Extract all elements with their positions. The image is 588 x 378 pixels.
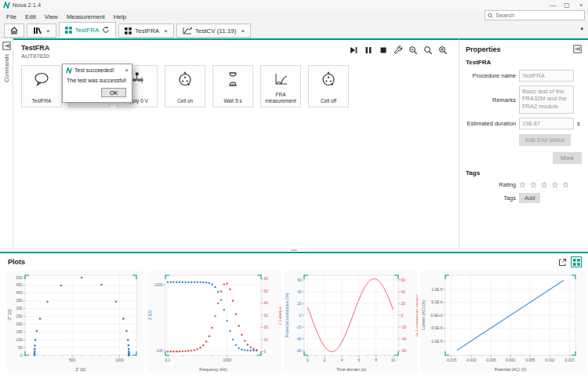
window-controls: — ▢ × [546,0,588,10]
svg-text:40: 40 [401,290,405,294]
tab-testcv[interactable]: TestCV (11:19) × [176,24,251,38]
svg-text:Potential (AC) (V): Potential (AC) (V) [495,367,527,372]
svg-text:150: 150 [16,330,22,334]
svg-text:10: 10 [263,338,268,342]
grid-view-toggle[interactable] [571,256,582,267]
zoom-reset-icon[interactable] [423,45,433,55]
tags-label: Tags [466,194,516,202]
svg-text:400: 400 [16,291,22,295]
commands-strip-label: Commands [4,54,9,82]
maximize-button[interactable]: ▢ [560,0,574,10]
cell-socket-icon [320,71,337,88]
edit-end-status-button[interactable]: Edit End status [519,134,571,146]
wrench-icon[interactable] [394,45,403,55]
search-box[interactable] [485,10,585,20]
stop-icon[interactable] [379,45,388,55]
charts-row: 5001000050100150200250300350400450500Z' … [0,269,588,373]
bode-plot[interactable]: 0.1100010010000102030405060Frequency (Hz… [147,271,281,373]
command-cell-on[interactable]: Cell on [165,65,205,107]
svg-text:450: 450 [16,283,22,287]
menu-bar: File Edit View Measurement Help [0,10,588,23]
svg-text:500: 500 [16,276,22,280]
pause-icon[interactable] [364,45,373,55]
search-input[interactable] [495,12,582,19]
close-icon[interactable]: × [125,67,129,74]
svg-text:-40: -40 [296,337,301,341]
refresh-icon[interactable] [102,26,110,34]
close-icon[interactable]: × [46,27,50,35]
svg-text:Current modulation (%): Current modulation (%) [416,294,419,336]
svg-text:50: 50 [263,289,268,293]
svg-text:200: 200 [16,322,22,326]
command-label: TestFRA [32,98,52,104]
svg-text:30: 30 [263,314,268,318]
svg-text:0: 0 [20,354,23,358]
svg-text:20: 20 [297,302,302,306]
svg-text:40: 40 [297,290,302,294]
tab-library[interactable]: × [27,24,56,38]
svg-text:-0.005: -0.005 [485,358,496,362]
svg-text:0.010: 0.010 [546,358,555,362]
close-button[interactable]: × [574,0,588,10]
tab-testfra-active[interactable]: TestFRA [59,22,117,38]
svg-text:8: 8 [375,358,377,362]
tab-label: TestFRA [135,27,159,35]
svg-text:250: 250 [16,314,22,318]
dialog-message: The test was successful! [63,75,132,85]
tab-home[interactable] [4,24,24,38]
procedure-name-input[interactable] [519,70,574,82]
menu-help[interactable]: Help [114,13,126,20]
svg-text:1000: 1000 [223,358,231,362]
more-button[interactable]: More [553,152,582,164]
library-icon [33,27,42,35]
popout-icon[interactable] [558,258,567,267]
zoom-in-icon[interactable] [438,45,448,55]
rating-stars[interactable]: ☆ ☆ ☆ ☆ ☆ [519,180,574,189]
nyquist-plot[interactable]: 5001000050100150200250300350400450500Z' … [6,271,144,373]
dialog-title: Test succeeded! [74,67,114,73]
ok-button[interactable]: OK [101,88,126,97]
command-wait[interactable]: Wait 5 s [212,65,253,107]
lissajous-plot[interactable]: -0.015-0.010-0.0050.0000.0050.0100.015-1… [420,271,586,373]
svg-text:-60: -60 [401,349,406,353]
procedure-name-label: Procedure name [466,72,516,79]
command-testfra[interactable]: TestFRA [21,65,62,107]
svg-text:0: 0 [299,314,301,318]
remarks-label: Remarks [466,96,516,104]
svg-text:1.0E-5: 1.0E-5 [432,288,443,292]
minimize-button[interactable]: — [546,0,560,10]
svg-text:1000: 1000 [115,358,124,362]
svg-text:0: 0 [263,350,266,354]
tab-testfra-2[interactable]: TestFRA × [118,24,173,38]
svg-text:4: 4 [340,358,343,362]
app-title: Nova 2.1.4 [13,2,41,9]
svg-text:300: 300 [16,307,22,311]
remarks-input[interactable]: Basic test of the FRA32M and the FRA2 mo… [519,85,574,114]
command-label: Cell on [177,98,193,104]
play-icon[interactable] [349,45,358,55]
command-cell-off[interactable]: Cell off [308,65,349,107]
zoom-out-icon[interactable] [408,45,418,55]
svg-text:-0.010: -0.010 [466,358,477,362]
collapse-panel-icon[interactable] [573,45,582,53]
time-domain-plot[interactable]: 0246810-60-40-200204060-60-40-200204060T… [284,271,419,373]
tab-label: TestCV (11:19) [195,27,237,35]
plots-title: Plots [8,258,25,266]
svg-text:Frequency (Hz): Frequency (Hz) [199,367,227,372]
svg-text:50: 50 [18,346,23,350]
menu-measurement[interactable]: Measurement [67,13,105,20]
command-fra-measurement[interactable]: FRA measurement [260,65,301,107]
svg-text:20: 20 [263,325,268,329]
svg-text:350: 350 [16,299,22,303]
estimated-duration-input[interactable] [519,118,574,129]
close-icon[interactable]: × [241,27,245,35]
tab-bar: × TestFRA TestFRA × TestCV (11:19) × ▾ [0,23,588,38]
tab-overflow-chevron[interactable]: ▾ [580,26,583,32]
close-icon[interactable]: × [164,27,168,35]
svg-text:Current (AC) (A): Current (AC) (A) [421,300,426,330]
menu-edit[interactable]: Edit [25,13,36,20]
menu-view[interactable]: View [45,13,58,20]
expand-panel-icon[interactable] [2,42,11,50]
add-tag-button[interactable]: Add [519,193,540,203]
menu-file[interactable]: File [6,13,16,20]
